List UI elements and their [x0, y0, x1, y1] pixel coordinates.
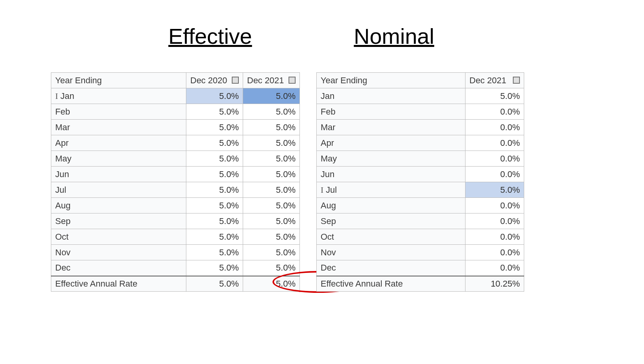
rate-cell[interactable]: 0.0% [465, 104, 524, 120]
rate-cell[interactable]: 0.0% [465, 229, 524, 245]
rate-cell[interactable]: 0.0% [465, 260, 524, 276]
rate-cell[interactable]: 5.0% [186, 151, 243, 167]
rate-cell[interactable]: 5.0% [243, 104, 300, 120]
table-row: Oct0.0% [317, 229, 524, 245]
table-row: Jan5.0% [317, 88, 524, 104]
table-row: Jun5.0%5.0% [51, 167, 300, 182]
rate-cell[interactable]: 5.0% [186, 135, 243, 151]
rate-cell[interactable]: 5.0% [243, 198, 300, 213]
table-row: Aug0.0% [317, 198, 524, 213]
row-month-label[interactable]: Sep [317, 213, 465, 229]
row-month-label[interactable]: Oct [317, 229, 465, 245]
row-month-label[interactable]: May [317, 151, 465, 167]
rate-cell[interactable]: 5.0% [186, 245, 243, 260]
rate-cell[interactable]: 0.0% [465, 245, 524, 260]
rate-cell[interactable]: 0.0% [465, 213, 524, 229]
rate-cell[interactable]: 5.0% [243, 167, 300, 182]
row-month-label[interactable]: Feb [317, 104, 465, 120]
column-label: Dec 2021 [469, 75, 506, 85]
rate-cell[interactable]: 5.0% [186, 167, 243, 182]
table-row: Oct5.0%5.0% [51, 229, 300, 245]
table-row: Feb5.0%5.0% [51, 104, 300, 120]
checkbox-icon[interactable] [513, 77, 520, 84]
footer-value-2021: 5.0% [243, 276, 300, 292]
checkbox-icon[interactable] [232, 77, 239, 84]
row-month-label[interactable]: Apr [317, 135, 465, 151]
rate-cell[interactable]: 5.0% [243, 151, 300, 167]
table-row: May0.0% [317, 151, 524, 167]
header-dec-2020[interactable]: Dec 2020 [186, 73, 243, 88]
title-effective: Effective [168, 23, 252, 49]
table-row: Jan5.0%5.0% [51, 88, 300, 104]
rate-cell[interactable]: 5.0% [186, 88, 243, 104]
rate-cell[interactable]: 5.0% [243, 260, 300, 276]
footer-value-2021: 10.25% [465, 276, 524, 292]
table-header-row: Year Ending Dec 2021 [317, 73, 524, 88]
row-month-label[interactable]: Dec [317, 260, 465, 276]
table-row: Jul5.0%5.0% [51, 182, 300, 198]
row-month-label[interactable]: Jun [51, 167, 186, 182]
rate-cell[interactable]: 5.0% [243, 245, 300, 260]
header-year-ending: Year Ending [317, 73, 465, 88]
header-dec-2021[interactable]: Dec 2021 [243, 73, 300, 88]
rate-cell[interactable]: 5.0% [186, 229, 243, 245]
column-label: Dec 2021 [247, 75, 284, 85]
effective-annual-rate-row: Effective Annual Rate 10.25% [317, 276, 524, 292]
table-row: Apr0.0% [317, 135, 524, 151]
row-month-label[interactable]: Aug [51, 198, 186, 213]
row-month-label[interactable]: Feb [51, 104, 186, 120]
row-month-label[interactable]: Nov [317, 245, 465, 260]
rate-cell[interactable]: 5.0% [243, 120, 300, 135]
rate-cell[interactable]: 0.0% [465, 120, 524, 135]
row-month-label[interactable]: Jul [317, 182, 465, 198]
rate-cell[interactable]: 5.0% [243, 229, 300, 245]
header-year-ending: Year Ending [51, 73, 186, 88]
rate-cell[interactable]: 5.0% [186, 213, 243, 229]
row-month-label[interactable]: May [51, 151, 186, 167]
table-row: Jul5.0% [317, 182, 524, 198]
row-month-label[interactable]: Apr [51, 135, 186, 151]
table-row: Nov5.0%5.0% [51, 245, 300, 260]
row-month-label[interactable]: Aug [317, 198, 465, 213]
table-row: Feb0.0% [317, 104, 524, 120]
table-row: Mar5.0%5.0% [51, 120, 300, 135]
table-row: Jun0.0% [317, 167, 524, 182]
row-month-label[interactable]: Jun [317, 167, 465, 182]
table-row: Dec5.0%5.0% [51, 260, 300, 276]
rate-cell[interactable]: 5.0% [186, 104, 243, 120]
row-month-label[interactable]: Mar [51, 120, 186, 135]
rate-cell[interactable]: 5.0% [465, 182, 524, 198]
row-month-label[interactable]: Sep [51, 213, 186, 229]
row-month-label[interactable]: Jan [317, 88, 465, 104]
row-month-label[interactable]: Nov [51, 245, 186, 260]
footer-value-2020: 5.0% [186, 276, 243, 292]
table-row: Nov0.0% [317, 245, 524, 260]
rate-cell[interactable]: 5.0% [186, 120, 243, 135]
header-dec-2021[interactable]: Dec 2021 [465, 73, 524, 88]
rate-cell[interactable]: 5.0% [243, 135, 300, 151]
rate-cell[interactable]: 0.0% [465, 135, 524, 151]
rate-cell[interactable]: 0.0% [465, 198, 524, 213]
row-month-label[interactable]: Dec [51, 260, 186, 276]
checkbox-icon[interactable] [289, 77, 296, 84]
rate-cell[interactable]: 5.0% [186, 182, 243, 198]
rate-cell[interactable]: 5.0% [465, 88, 524, 104]
table-row: Sep5.0%5.0% [51, 213, 300, 229]
rate-cell[interactable]: 5.0% [186, 260, 243, 276]
rate-cell[interactable]: 5.0% [243, 88, 300, 104]
rate-cell[interactable]: 0.0% [465, 151, 524, 167]
row-month-label[interactable]: Jan [51, 88, 186, 104]
rate-cell[interactable]: 5.0% [243, 182, 300, 198]
nominal-rate-table: Year Ending Dec 2021 Jan5.0%Feb0.0%Mar0.… [316, 72, 524, 292]
row-month-label[interactable]: Jul [51, 182, 186, 198]
rate-cell[interactable]: 5.0% [186, 198, 243, 213]
table-row: Aug5.0%5.0% [51, 198, 300, 213]
table-row: Dec0.0% [317, 260, 524, 276]
rate-cell[interactable]: 5.0% [243, 213, 300, 229]
table-row: May5.0%5.0% [51, 151, 300, 167]
row-month-label[interactable]: Oct [51, 229, 186, 245]
rate-cell[interactable]: 0.0% [465, 167, 524, 182]
row-month-label[interactable]: Mar [317, 120, 465, 135]
table-header-row: Year Ending Dec 2020 Dec 2021 [51, 73, 300, 88]
effective-annual-rate-row: Effective Annual Rate 5.0% 5.0% [51, 276, 300, 292]
